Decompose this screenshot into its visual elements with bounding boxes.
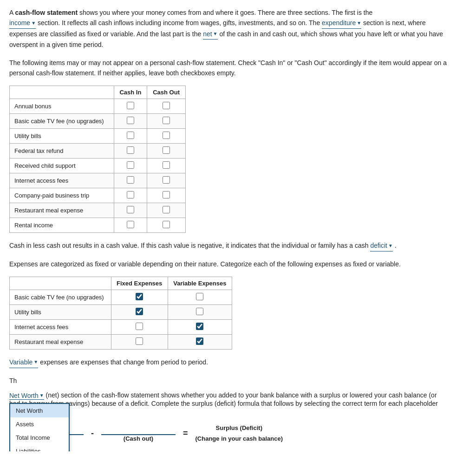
- income-arrow-icon: ▼: [31, 20, 36, 27]
- cash-table-row: Basic cable TV fee (no upgrades): [10, 114, 186, 129]
- formula-result-line2: (Change in your cash balance): [195, 435, 283, 442]
- cash-table-row: Internet access fees: [10, 173, 186, 188]
- cash-in-checkbox[interactable]: [127, 191, 134, 198]
- variable-checkbox[interactable]: [196, 337, 203, 345]
- deficit-text-after: .: [395, 242, 397, 249]
- formula-cash-out-select[interactable]: [101, 424, 176, 435]
- fixed-checkbox[interactable]: [136, 337, 143, 345]
- deficit-link[interactable]: deficit ▼: [370, 240, 392, 251]
- cash-row-label: Restaurant meal expense: [10, 203, 114, 218]
- fv-row-label: Internet access fees: [10, 320, 111, 335]
- cash-in-checkbox[interactable]: [127, 117, 134, 124]
- variable-checkbox[interactable]: [196, 293, 203, 300]
- cash-row-label: Internet access fees: [10, 173, 114, 188]
- net-dropdown-container[interactable]: Net Worth ▼ Net Worth Assets Total Incom…: [9, 392, 44, 400]
- dropdown-item-net-worth[interactable]: Net Worth: [10, 404, 69, 417]
- cash-in-cell: [114, 159, 147, 173]
- cash-row-label: Utility bills: [10, 129, 114, 144]
- net-link[interactable]: net ▼: [203, 29, 217, 40]
- variable-cell: [168, 305, 232, 320]
- cash-in-cell: [114, 129, 147, 144]
- dropdown-item-total-income[interactable]: Total Income: [10, 431, 69, 444]
- cash-out-checkbox[interactable]: [163, 146, 170, 154]
- cash-table-col1: [10, 86, 114, 99]
- fv-row-label: Basic cable TV fee (no upgrades): [10, 290, 111, 305]
- fixed-cell: [111, 320, 168, 335]
- cash-in-cell: [114, 173, 147, 188]
- fv-table-row: Internet access fees: [10, 320, 232, 335]
- cash-out-checkbox[interactable]: [163, 161, 170, 169]
- cash-in-cell: [114, 99, 147, 114]
- cash-in-checkbox[interactable]: [127, 146, 134, 154]
- expenses-intro: Expenses are categorized as fixed or var…: [9, 259, 447, 269]
- intro-text-2: section. It reflects all cash inflows in…: [38, 19, 322, 26]
- cash-out-cell: [147, 114, 186, 129]
- cash-in-cell: [114, 218, 147, 233]
- cash-flow-table: Cash In Cash Out Annual bonus Basic cabl…: [9, 86, 186, 233]
- formula-row: (Cash in) - (Cash out) = Surplus (Defici…: [9, 424, 447, 442]
- cash-row-label: Annual bonus: [10, 99, 114, 114]
- cash-out-cell: [147, 218, 186, 233]
- cash-out-checkbox[interactable]: [163, 221, 170, 228]
- cash-out-cell: [147, 173, 186, 188]
- cash-out-cell: [147, 129, 186, 144]
- cash-table-row: Rental income: [10, 218, 186, 233]
- deficit-text-before: Cash in less cash out results in a cash …: [9, 242, 370, 249]
- fv-table-row: Utility bills: [10, 305, 232, 320]
- cash-row-label: Rental income: [10, 218, 114, 233]
- cash-in-checkbox[interactable]: [127, 221, 134, 228]
- fv-row-label: Utility bills: [10, 305, 111, 320]
- fixed-checkbox[interactable]: [136, 308, 143, 315]
- dropdown-item-liabilities[interactable]: Liabilities: [10, 444, 69, 451]
- formula-cash-out-label: (Cash out): [124, 435, 153, 442]
- fixed-variable-table: Fixed Expenses Variable Expenses Basic c…: [9, 277, 232, 350]
- cash-in-checkbox[interactable]: [127, 206, 134, 213]
- net-dropdown-arrow-icon: ▼: [39, 393, 44, 398]
- cash-table-row: Federal tax refund: [10, 144, 186, 159]
- net-before: Th: [9, 377, 17, 384]
- cash-out-cell: [147, 203, 186, 218]
- cash-in-checkbox[interactable]: [127, 161, 134, 169]
- cash-row-label: Company-paid business trip: [10, 188, 114, 203]
- income-link[interactable]: income ▼: [9, 18, 36, 28]
- expenditure-link[interactable]: expenditure ▼: [322, 18, 361, 28]
- dropdown-item-assets[interactable]: Assets: [10, 417, 69, 431]
- cash-out-checkbox[interactable]: [163, 206, 170, 213]
- deficit-paragraph: Cash in less cash out results in a cash …: [9, 240, 447, 251]
- cash-row-label: Basic cable TV fee (no upgrades): [10, 114, 114, 129]
- cash-out-cell: [147, 99, 186, 114]
- cash-row-label: Received child support: [10, 159, 114, 173]
- net-dropdown-popup: Net Worth Assets Total Income Liabilitie…: [9, 403, 70, 451]
- bold-cash-flow: cash-flow statement: [15, 9, 78, 16]
- fixed-checkbox[interactable]: [136, 293, 143, 300]
- fixed-cell: [111, 305, 168, 320]
- variable-cell: [168, 320, 232, 335]
- cash-in-checkbox[interactable]: [127, 102, 134, 109]
- cash-out-checkbox[interactable]: [163, 176, 170, 184]
- cash-out-checkbox[interactable]: [163, 117, 170, 124]
- cash-table-col3: Cash Out: [147, 86, 186, 99]
- fixed-cell: [111, 335, 168, 350]
- net-dropdown-selected: Net Worth: [9, 392, 39, 399]
- formula-minus-operator: -: [91, 429, 94, 442]
- expenditure-arrow-icon: ▼: [357, 20, 361, 27]
- variable-link[interactable]: Variable ▼: [9, 357, 38, 368]
- cash-out-checkbox[interactable]: [163, 191, 170, 198]
- cash-table-row: Annual bonus: [10, 99, 186, 114]
- cash-out-checkbox[interactable]: [163, 132, 170, 139]
- cash-in-checkbox[interactable]: [127, 176, 134, 184]
- cash-table-col2: Cash In: [114, 86, 147, 99]
- variable-checkbox[interactable]: [196, 323, 203, 330]
- cash-table-row: Received child support: [10, 159, 186, 173]
- intro-paragraph-1: A cash-flow statement shows you where yo…: [9, 7, 447, 50]
- fixed-checkbox[interactable]: [136, 323, 143, 330]
- cash-in-checkbox[interactable]: [127, 132, 134, 139]
- cash-out-checkbox[interactable]: [163, 102, 170, 109]
- net-dropdown-trigger[interactable]: Net Worth ▼: [9, 392, 44, 400]
- variable-cell: [168, 335, 232, 350]
- variable-checkbox[interactable]: [196, 308, 203, 315]
- net-section: Th Net Worth ▼ Net Worth Assets Total In…: [9, 376, 447, 415]
- cash-in-cell: [114, 114, 147, 129]
- variable-arrow-icon: ▼: [33, 358, 38, 366]
- cash-table-row: Company-paid business trip: [10, 188, 186, 203]
